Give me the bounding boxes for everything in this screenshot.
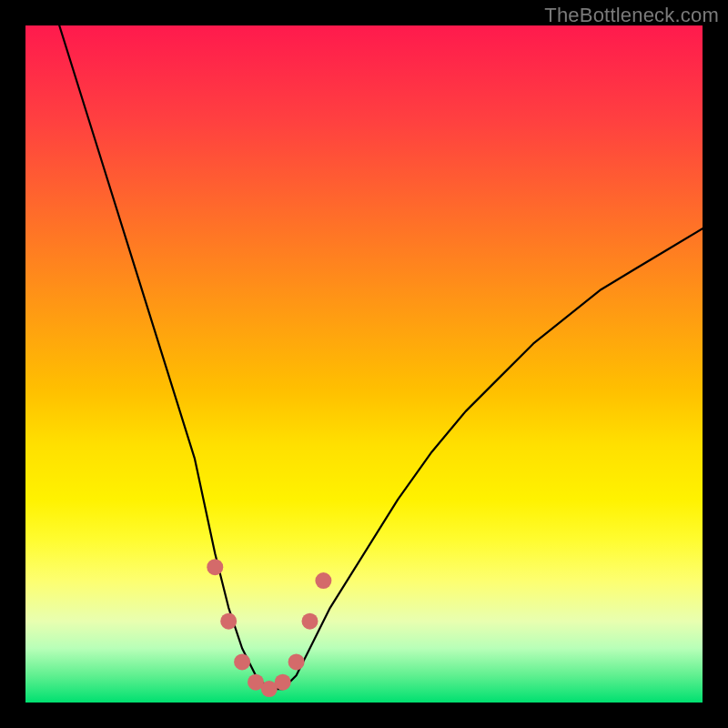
highlighted-points [207,559,331,697]
watermark-text: TheBottleneck.com [544,4,719,27]
marker-point [220,613,237,630]
marker-point [315,572,331,589]
marker-point [288,653,305,670]
marker-point [302,613,318,630]
curve-layer [25,25,703,703]
marker-point [275,674,291,691]
marker-point [234,653,250,670]
marker-point [207,559,223,575]
chart-frame: TheBottleneck.com [0,0,728,728]
bottleneck-curve [59,25,703,689]
plot-area [25,25,703,703]
